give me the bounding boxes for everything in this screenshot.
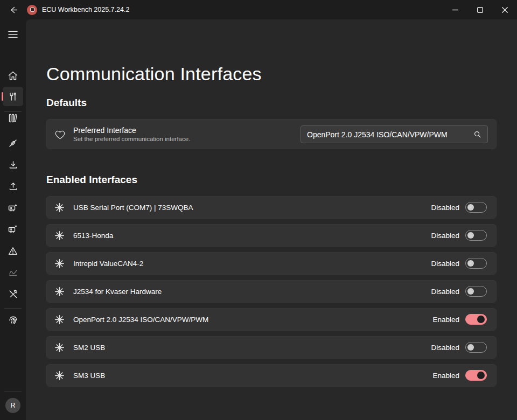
sidebar-item-security[interactable] (0, 310, 26, 330)
sidebar-divider (4, 391, 22, 391)
close-button[interactable] (492, 0, 517, 19)
interface-label: SM2 USB (73, 344, 105, 352)
sidebar-divider (4, 308, 22, 309)
fingerprint-icon (9, 316, 18, 325)
window-title: ECU Workbench 2025.7.24.2 (42, 6, 129, 13)
workbench-tools-icon (9, 92, 17, 101)
compass-icon (9, 139, 17, 148)
interface-state-label: Disabled (431, 288, 459, 296)
chart-icon (9, 268, 18, 277)
toggle-knob (467, 260, 474, 267)
sidebar-item-ecu-read[interactable] (0, 198, 26, 218)
toggle-knob (477, 316, 485, 323)
interface-toggle[interactable] (465, 258, 487, 269)
interface-row: 6513-Honda Disabled (46, 224, 497, 247)
toggle-knob (467, 204, 474, 211)
sidebar: R (0, 19, 26, 420)
sidebar-divider (4, 111, 22, 112)
maximize-button[interactable] (467, 0, 492, 19)
preferred-interface-card: Preferred Interface Set the preferred co… (46, 119, 497, 149)
sidebar-item-graphs[interactable] (0, 262, 26, 283)
preferred-interface-subtitle: Set the preferred communication interfac… (73, 136, 190, 142)
minimize-button[interactable] (443, 0, 467, 19)
sidebar-item-library[interactable] (0, 108, 26, 128)
interface-state-label: Disabled (431, 260, 459, 268)
page-title: Communication Interfaces (46, 64, 262, 85)
sidebar-item-ecu-write[interactable] (0, 219, 26, 240)
user-avatar[interactable]: R (5, 398, 20, 413)
interface-star-icon (55, 231, 64, 240)
interface-label: J2534 for Kvaser Hardware (73, 288, 162, 296)
sidebar-item-repair[interactable] (0, 284, 26, 304)
interface-label: 6513-Honda (73, 232, 113, 240)
interface-label: USB Serial Port (COM7) | 73SWQBA (73, 204, 193, 212)
ecu-write-icon (8, 225, 18, 234)
arrow-left-icon (9, 5, 18, 15)
interface-toggle[interactable] (465, 342, 487, 353)
repair-tools-icon (9, 290, 18, 299)
interface-star-icon (55, 343, 64, 352)
interface-label: Intrepid ValueCAN4-2 (73, 260, 143, 268)
ecu-read-icon (8, 204, 18, 212)
nav-menu-toggle[interactable] (0, 24, 26, 45)
interface-star-icon (55, 315, 64, 324)
minimize-icon (452, 7, 458, 13)
sidebar-item-diagnostics[interactable] (0, 241, 26, 261)
toggle-knob (477, 372, 485, 379)
home-icon (8, 71, 18, 80)
interface-row: Intrepid ValueCAN4-2 Disabled (46, 252, 497, 275)
search-icon[interactable] (474, 131, 481, 138)
interface-state-label: Disabled (431, 204, 459, 212)
close-icon (502, 7, 508, 13)
preferred-interface-input[interactable] (301, 130, 471, 139)
interface-state-label: Disabled (431, 232, 459, 240)
hamburger-icon (8, 31, 18, 38)
interface-row: J2534 for Kvaser Hardware Disabled (46, 280, 497, 303)
interface-star-icon (55, 287, 64, 296)
selected-indicator (2, 92, 3, 101)
toggle-knob (467, 288, 474, 295)
interface-state-label: Disabled (431, 344, 459, 352)
avatar-initial: R (10, 402, 15, 409)
preferred-interface-combobox[interactable] (301, 125, 488, 143)
interface-star-icon (55, 203, 64, 212)
interface-toggle[interactable] (465, 286, 487, 297)
interface-row: OpenPort 2.0 J2534 ISO/CAN/VPW/PWM Enabl… (46, 308, 497, 331)
interface-star-icon (55, 371, 64, 380)
titlebar: ECU Workbench 2025.7.24.2 (0, 0, 517, 19)
interface-row: SM2 USB Disabled (46, 336, 497, 359)
interface-star-icon (55, 259, 64, 268)
interface-toggle[interactable] (465, 202, 487, 213)
defaults-heading: Defaults (46, 97, 87, 109)
interface-label: SM3 USB (73, 372, 105, 380)
app-logo-icon (27, 5, 37, 15)
download-icon (9, 160, 18, 169)
library-icon (9, 114, 18, 123)
interface-label: OpenPort 2.0 J2534 ISO/CAN/VPW/PWM (73, 316, 208, 324)
interface-row: SM3 USB Enabled (46, 364, 497, 387)
heart-icon (54, 129, 66, 139)
sidebar-item-download[interactable] (0, 155, 26, 175)
interface-state-label: Enabled (432, 372, 459, 380)
interface-state-label: Enabled (432, 316, 459, 324)
preferred-interface-text: Preferred Interface Set the preferred co… (73, 126, 190, 142)
interface-toggle[interactable] (465, 230, 487, 241)
preferred-interface-title: Preferred Interface (73, 126, 190, 135)
interface-row: USB Serial Port (COM7) | 73SWQBA Disable… (46, 196, 497, 219)
maximize-icon (477, 7, 483, 13)
sidebar-item-discover[interactable] (0, 133, 26, 153)
toggle-knob (467, 232, 474, 239)
enabled-interfaces-heading: Enabled Interfaces (46, 174, 137, 186)
toggle-knob (467, 344, 474, 351)
interface-toggle[interactable] (465, 370, 487, 381)
content-area: Communication Interfaces Defaults Prefer… (26, 19, 517, 420)
interface-toggle[interactable] (465, 314, 487, 325)
sidebar-item-home[interactable] (0, 65, 26, 86)
warning-icon (8, 247, 18, 255)
sidebar-item-upload[interactable] (0, 176, 26, 197)
upload-icon (9, 182, 18, 191)
back-button[interactable] (4, 2, 23, 17)
sidebar-item-workbench[interactable] (0, 86, 26, 107)
sidebar-item-settings[interactable] (0, 415, 26, 420)
